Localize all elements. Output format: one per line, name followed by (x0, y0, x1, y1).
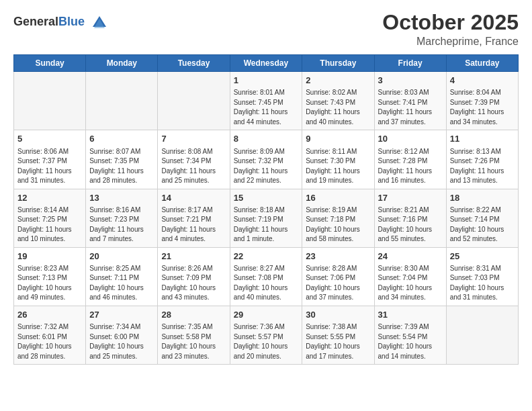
day-info: Sunrise: 7:34 AM Sunset: 6:00 PM Dayligh… (89, 322, 154, 361)
calendar-cell: 13Sunrise: 8:16 AM Sunset: 7:23 PM Dayli… (86, 189, 158, 247)
calendar-cell: 7Sunrise: 8:08 AM Sunset: 7:34 PM Daylig… (158, 130, 230, 189)
header-wednesday: Wednesday (230, 55, 302, 72)
calendar-table: Sunday Monday Tuesday Wednesday Thursday… (13, 54, 519, 365)
header-friday: Friday (374, 55, 446, 72)
day-number: 13 (89, 192, 154, 204)
calendar-cell (14, 72, 86, 130)
day-number: 26 (17, 309, 82, 321)
day-info: Sunrise: 8:14 AM Sunset: 7:25 PM Dayligh… (17, 205, 82, 244)
day-number: 8 (234, 133, 299, 145)
day-info: Sunrise: 8:21 AM Sunset: 7:16 PM Dayligh… (378, 205, 443, 244)
calendar-week-2: 5Sunrise: 8:06 AM Sunset: 7:37 PM Daylig… (14, 130, 519, 189)
calendar-cell: 6Sunrise: 8:07 AM Sunset: 7:35 PM Daylig… (86, 130, 158, 189)
day-number: 4 (450, 75, 515, 87)
day-number: 2 (306, 75, 370, 87)
calendar-week-3: 12Sunrise: 8:14 AM Sunset: 7:25 PM Dayli… (14, 189, 519, 247)
day-number: 28 (161, 309, 226, 321)
calendar-cell: 26Sunrise: 7:32 AM Sunset: 6:01 PM Dayli… (14, 306, 86, 364)
calendar-cell: 8Sunrise: 8:09 AM Sunset: 7:32 PM Daylig… (230, 130, 302, 189)
calendar-cell: 23Sunrise: 8:28 AM Sunset: 7:06 PM Dayli… (302, 247, 374, 306)
day-number: 19 (17, 250, 82, 263)
day-number: 17 (378, 192, 443, 204)
day-info: Sunrise: 8:02 AM Sunset: 7:43 PM Dayligh… (306, 88, 370, 127)
day-number: 29 (234, 309, 299, 321)
day-number: 12 (17, 192, 82, 204)
day-info: Sunrise: 8:01 AM Sunset: 7:45 PM Dayligh… (234, 88, 299, 127)
day-info: Sunrise: 7:36 AM Sunset: 5:57 PM Dayligh… (234, 322, 299, 361)
calendar-cell: 31Sunrise: 7:39 AM Sunset: 5:54 PM Dayli… (374, 306, 446, 364)
day-info: Sunrise: 8:26 AM Sunset: 7:09 PM Dayligh… (161, 264, 226, 303)
day-info: Sunrise: 8:23 AM Sunset: 7:13 PM Dayligh… (17, 264, 82, 303)
title-block: October 2025 Marcheprime, France (382, 11, 519, 48)
calendar-cell: 18Sunrise: 8:22 AM Sunset: 7:14 PM Dayli… (446, 189, 518, 247)
calendar-cell: 19Sunrise: 8:23 AM Sunset: 7:13 PM Dayli… (14, 247, 86, 306)
day-number: 21 (161, 250, 226, 263)
calendar-cell: 1Sunrise: 8:01 AM Sunset: 7:45 PM Daylig… (230, 72, 302, 130)
calendar-week-4: 19Sunrise: 8:23 AM Sunset: 7:13 PM Dayli… (14, 247, 519, 306)
calendar-cell (446, 306, 518, 364)
day-info: Sunrise: 8:08 AM Sunset: 7:34 PM Dayligh… (161, 147, 226, 186)
day-number: 11 (450, 133, 515, 145)
calendar-cell: 3Sunrise: 8:03 AM Sunset: 7:41 PM Daylig… (374, 72, 446, 130)
day-number: 15 (234, 192, 299, 204)
weekday-header-row: Sunday Monday Tuesday Wednesday Thursday… (14, 55, 519, 72)
day-info: Sunrise: 8:18 AM Sunset: 7:19 PM Dayligh… (234, 205, 299, 244)
calendar-cell: 14Sunrise: 8:17 AM Sunset: 7:21 PM Dayli… (158, 189, 230, 247)
day-info: Sunrise: 8:04 AM Sunset: 7:39 PM Dayligh… (450, 88, 515, 127)
logo-icon (90, 13, 109, 32)
day-info: Sunrise: 8:06 AM Sunset: 7:37 PM Dayligh… (17, 147, 82, 186)
day-info: Sunrise: 8:17 AM Sunset: 7:21 PM Dayligh… (161, 205, 226, 244)
calendar-cell: 15Sunrise: 8:18 AM Sunset: 7:19 PM Dayli… (230, 189, 302, 247)
header-tuesday: Tuesday (158, 55, 230, 72)
day-info: Sunrise: 8:09 AM Sunset: 7:32 PM Dayligh… (234, 147, 299, 186)
day-number: 30 (306, 309, 370, 321)
day-number: 20 (89, 250, 154, 263)
day-number: 24 (378, 250, 443, 263)
calendar-cell: 4Sunrise: 8:04 AM Sunset: 7:39 PM Daylig… (446, 72, 518, 130)
page-container: GeneralBlue October 2025 Marcheprime, Fr… (0, 0, 532, 371)
header: GeneralBlue October 2025 Marcheprime, Fr… (13, 11, 519, 48)
day-info: Sunrise: 7:35 AM Sunset: 5:58 PM Dayligh… (161, 322, 226, 361)
calendar-cell: 12Sunrise: 8:14 AM Sunset: 7:25 PM Dayli… (14, 189, 86, 247)
subtitle: Marcheprime, France (382, 36, 519, 48)
day-info: Sunrise: 8:27 AM Sunset: 7:08 PM Dayligh… (234, 264, 299, 303)
day-number: 14 (161, 192, 226, 204)
day-info: Sunrise: 7:38 AM Sunset: 5:55 PM Dayligh… (306, 322, 370, 361)
day-info: Sunrise: 8:13 AM Sunset: 7:26 PM Dayligh… (450, 147, 515, 186)
calendar-cell: 11Sunrise: 8:13 AM Sunset: 7:26 PM Dayli… (446, 130, 518, 189)
calendar-cell: 27Sunrise: 7:34 AM Sunset: 6:00 PM Dayli… (86, 306, 158, 364)
day-info: Sunrise: 8:28 AM Sunset: 7:06 PM Dayligh… (306, 264, 370, 303)
calendar-cell: 16Sunrise: 8:19 AM Sunset: 7:18 PM Dayli… (302, 189, 374, 247)
day-info: Sunrise: 8:11 AM Sunset: 7:30 PM Dayligh… (306, 147, 370, 186)
calendar-week-5: 26Sunrise: 7:32 AM Sunset: 6:01 PM Dayli… (14, 306, 519, 364)
day-number: 5 (17, 133, 82, 145)
day-info: Sunrise: 8:31 AM Sunset: 7:03 PM Dayligh… (450, 264, 515, 303)
logo-general: GeneralBlue (13, 16, 88, 28)
day-number: 22 (234, 250, 299, 263)
calendar-cell: 30Sunrise: 7:38 AM Sunset: 5:55 PM Dayli… (302, 306, 374, 364)
header-monday: Monday (86, 55, 158, 72)
day-info: Sunrise: 8:03 AM Sunset: 7:41 PM Dayligh… (378, 88, 443, 127)
logo: GeneralBlue (13, 13, 109, 32)
day-number: 3 (378, 75, 443, 87)
calendar-cell: 25Sunrise: 8:31 AM Sunset: 7:03 PM Dayli… (446, 247, 518, 306)
calendar-cell: 28Sunrise: 7:35 AM Sunset: 5:58 PM Dayli… (158, 306, 230, 364)
calendar-cell: 2Sunrise: 8:02 AM Sunset: 7:43 PM Daylig… (302, 72, 374, 130)
calendar-cell: 24Sunrise: 8:30 AM Sunset: 7:04 PM Dayli… (374, 247, 446, 306)
calendar-cell: 17Sunrise: 8:21 AM Sunset: 7:16 PM Dayli… (374, 189, 446, 247)
day-number: 9 (306, 133, 370, 145)
calendar-cell: 5Sunrise: 8:06 AM Sunset: 7:37 PM Daylig… (14, 130, 86, 189)
calendar-cell: 9Sunrise: 8:11 AM Sunset: 7:30 PM Daylig… (302, 130, 374, 189)
day-number: 31 (378, 309, 443, 321)
calendar-cell: 21Sunrise: 8:26 AM Sunset: 7:09 PM Dayli… (158, 247, 230, 306)
day-number: 18 (450, 192, 515, 204)
header-saturday: Saturday (446, 55, 518, 72)
header-thursday: Thursday (302, 55, 374, 72)
day-info: Sunrise: 8:19 AM Sunset: 7:18 PM Dayligh… (306, 205, 370, 244)
calendar-cell (158, 72, 230, 130)
day-info: Sunrise: 8:22 AM Sunset: 7:14 PM Dayligh… (450, 205, 515, 244)
day-info: Sunrise: 8:16 AM Sunset: 7:23 PM Dayligh… (89, 205, 154, 244)
day-number: 1 (234, 75, 299, 87)
day-number: 25 (450, 250, 515, 263)
day-info: Sunrise: 8:12 AM Sunset: 7:28 PM Dayligh… (378, 147, 443, 186)
